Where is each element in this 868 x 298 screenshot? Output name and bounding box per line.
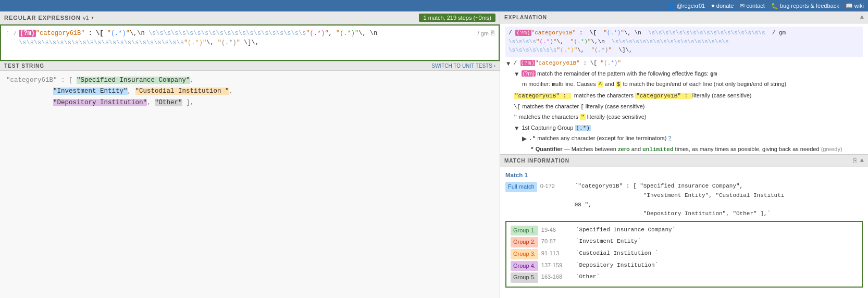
exp-group1: ▼ 1st Capturing Group (.*) (514, 123, 863, 133)
wiki-item[interactable]: 📖 wiki (846, 3, 864, 9)
exp-dot-text: .* matches any character (except for lin… (529, 134, 672, 144)
group1-value: `Specified Insurance Company` (576, 226, 675, 235)
comma4: , (147, 99, 155, 106)
user-item[interactable]: 👤 @regexr01 (668, 3, 705, 9)
copy-regex-icon[interactable]: ⎘ (491, 29, 494, 38)
group4-range: 137-159 (541, 261, 573, 270)
expand-dot-icon[interactable]: ▶ (522, 134, 527, 143)
donate-item[interactable]: ♥ donate (711, 3, 734, 9)
exp-m-text: (?m) match the remainder of the pattern … (522, 69, 717, 79)
exp-quote-match: " matches the characters " literally (ca… (514, 113, 863, 122)
exp-regex-line2: \s\s\s\s"(.*)"\, "(.*)"\,\n \s\s\s\s\s\s… (509, 38, 860, 46)
spaces2 (6, 99, 53, 106)
exp-regex-line1: / (?m)"category61B" : \[ "(.*)"\, \n \s\… (509, 29, 860, 38)
test-content[interactable]: "category61B" : [ "Specified Insurance C… (0, 71, 500, 298)
regex-line-1: ⋮ / (?m)"category61B" : \[ "(.*)"\,\n \s… (5, 29, 494, 47)
regex-editor[interactable]: ⋮ / (?m)"category61B" : \[ "(.*)"\,\n \s… (0, 24, 500, 61)
spaces1 (6, 88, 53, 95)
rx-str5: " (325, 30, 328, 37)
comma1: , (190, 77, 194, 84)
rx-lit1: : (84, 30, 96, 37)
bug-report-item[interactable]: 🐛 bug reports & feedback (771, 3, 839, 9)
rx-lit3: , (329, 30, 336, 37)
string-quote1: "category61B" : [ (6, 77, 77, 84)
regex-section-title: REGULAR EXPRESSION (4, 15, 81, 21)
main-layout: REGULAR EXPRESSION v1 ▾ 1 match, 219 ste… (0, 11, 868, 298)
comma3: , (229, 88, 233, 95)
rx-grp3: (.*) (340, 30, 355, 37)
heart-icon: ♥ (711, 3, 715, 9)
collapse-explanation-icon[interactable]: ▲ (860, 14, 864, 21)
full-match-value: `"category61B" : [ "Specified Insurance … (575, 182, 785, 218)
group5-row: Group 5. 163-168 `Other` (511, 272, 858, 283)
exp-quantifier: * Quantifier — Matches between zero and … (530, 145, 863, 154)
group5-value: `Other` (576, 272, 600, 282)
rx-grp5: (.*) (221, 39, 237, 46)
full-match-badge: Full match (505, 182, 537, 192)
top-navigation: 👤 @regexr01 ♥ donate ✉ contact 🐛 bug rep… (0, 0, 868, 11)
group2-badge: Group 2. (511, 237, 538, 247)
match-info-title: MATCH INFORMATION (504, 158, 569, 164)
rx-str8: " (184, 39, 188, 46)
chevron-down-icon[interactable]: ▾ (91, 15, 94, 21)
expand-icon[interactable]: ▼ (505, 59, 511, 68)
exp-tree: ▼ / (?m)"category61B" : \[ "(.*)" ▼ (?m)… (505, 59, 863, 155)
hl-investment: "Investment Entity" (53, 88, 128, 95)
rx-ws1: \s\s\s\s\s\s\s\s\s\s\s\s\s\s\s\s\s\s\s\s… (148, 30, 306, 37)
comma2: , (128, 88, 135, 95)
exp-bracket-match: \[ matches the character [ literally (ca… (514, 102, 863, 112)
help-link[interactable]: ? (668, 135, 672, 141)
expand-group1-icon[interactable]: ▼ (514, 123, 519, 133)
group5-badge: Group 5. (511, 272, 538, 283)
flags-display: / gm (478, 29, 489, 38)
hl-specified: "Specified Insurance Company" (77, 77, 190, 84)
bug-icon: 🐛 (771, 3, 778, 9)
rx-str4: " (306, 30, 309, 37)
expand-m-icon[interactable]: ▼ (514, 69, 519, 79)
bracket-end: ], (182, 99, 194, 106)
contact-item[interactable]: ✉ contact (740, 3, 764, 9)
group3-badge: Group 3. (511, 249, 538, 259)
group2-row: Group 2. 70-87 `Investment Entity` (511, 237, 858, 247)
regex-controls: / gm ⎘ (478, 29, 494, 38)
exp-modifier-desc: m modifier: multi line. Causes ^ and $ t… (522, 80, 863, 90)
exp-category-match: "category61B" : matches the characters "… (514, 91, 863, 101)
regex-content[interactable]: (?m)"category61B" : \[ "(.*)"\,\n \s\s\s… (19, 29, 476, 47)
rx-lit6: \]\, (240, 39, 259, 46)
rx-bracket1: \[ (96, 30, 103, 37)
exp-regex-display: / (?m)"category61B" : \[ "(.*)"\, \n \s\… (505, 27, 863, 57)
explanation-header: EXPLANATION ▲ (500, 11, 868, 23)
group2-value: `Investment Entity` (576, 237, 641, 246)
regex-version[interactable]: v1 (83, 15, 89, 21)
exp-group1-label: 1st Capturing Group (.*) (522, 123, 591, 133)
full-match-row: Full match 0-172 `"category61B" : [ "Spe… (505, 182, 863, 218)
test-header: TEST STRING SWITCH TO UNIT TESTS › (0, 61, 500, 71)
match-badge: 1 match, 219 steps (~0ms) (419, 14, 495, 22)
user-icon: 👤 (668, 3, 675, 9)
exp-indent-1: ▼ (?m) match the remainder of the patter… (514, 69, 863, 154)
group5-range: 163-168 (541, 272, 573, 282)
rx-str1: "category61B" (36, 30, 85, 37)
rx-lit5: \, (206, 39, 218, 46)
contact-icon: ✉ (740, 3, 745, 9)
rx-str3: " (126, 30, 130, 37)
rx-str9: " (203, 39, 206, 46)
rx-str11: " (237, 39, 240, 46)
copy-match-icon[interactable]: ⎘ (853, 157, 857, 165)
rx-str10: " (218, 39, 221, 46)
collapse-match-icon[interactable]: ▲ (860, 157, 864, 165)
group1-row: Group 1. 19-46 `Specified Insurance Comp… (511, 226, 858, 236)
test-line-3: "Depository Institution", "Other" ], (6, 97, 493, 108)
hl-other: "Other" (155, 99, 182, 106)
match-label: Match 1 (505, 170, 863, 180)
rx-grp2: (.*) (310, 30, 325, 37)
switch-to-unit-tests[interactable]: SWITCH TO UNIT TESTS › (431, 63, 495, 69)
rx-bs1: \,\n (130, 30, 148, 37)
group4-row: Group 4. 137-159 `Depository Institution… (511, 261, 858, 271)
match-info-controls: ⎘ ▲ (853, 157, 864, 165)
exp-item-root: ▼ / (?m)"category61B" : \[ "(.*)" (505, 59, 863, 68)
rx-ws2: \s\s\s\s\s\s\s\s\s\s\s\s\s\s\s\s\s\s\s\s… (19, 39, 184, 46)
group3-value: `Custodial Institution ` (576, 249, 658, 258)
exp-root-text: / (?m)"category61B" : \[ "(.*)" (513, 59, 621, 68)
group3-range: 91-113 (541, 249, 573, 258)
